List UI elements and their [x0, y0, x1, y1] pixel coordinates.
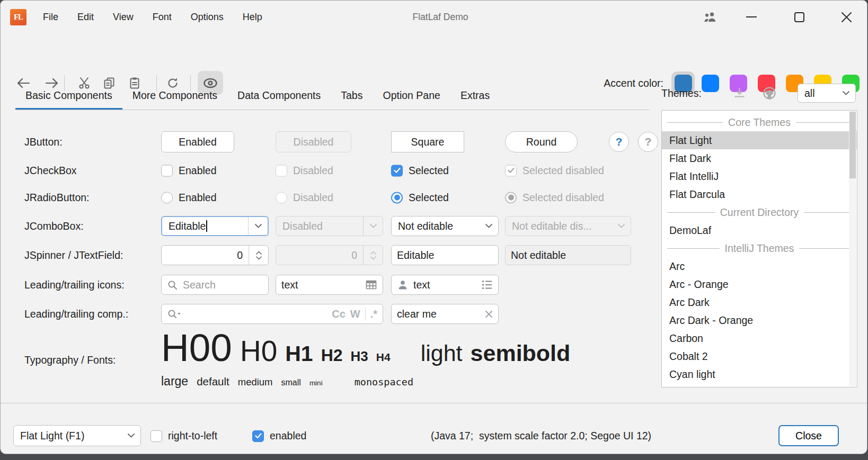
lookandfeel-value: Flat Light (F1): [14, 430, 121, 442]
enabled-checkbox[interactable]: enabled: [252, 430, 306, 442]
checkbox-icon: [276, 165, 287, 176]
jbutton-label: JButton:: [24, 131, 63, 152]
menu-font[interactable]: Font: [143, 1, 181, 33]
theme-item-arc-dark-orange[interactable]: Arc Dark - Orange: [662, 311, 857, 329]
themes-list: Core Themes Flat Light Flat Dark Flat In…: [661, 110, 857, 387]
theme-item-carbon[interactable]: Carbon: [662, 329, 857, 347]
menu-edit[interactable]: Edit: [68, 1, 103, 33]
search-field[interactable]: [161, 275, 269, 295]
themes-filter-value: all: [798, 87, 836, 100]
lookandfeel-combobox[interactable]: Flat Light (F1): [13, 425, 141, 446]
text-input[interactable]: [281, 279, 360, 291]
theme-item-cobalt-2[interactable]: Cobalt 2: [662, 347, 857, 365]
typography-sizes: large default medium small mini monospac…: [161, 374, 638, 389]
tab-more-components[interactable]: More Components: [122, 81, 227, 110]
combobox-not-editable[interactable]: Not editable: [391, 216, 499, 236]
combobox-editable[interactable]: Editable: [161, 216, 269, 236]
help-button-gray[interactable]: ?: [638, 132, 658, 152]
match-case-button[interactable]: Cc: [332, 308, 346, 320]
radio-selected[interactable]: Selected: [391, 192, 449, 204]
h4-sample: H4: [376, 351, 391, 364]
radio-selected-icon: [505, 192, 517, 203]
theme-item-arc-orange[interactable]: Arc - Orange: [662, 275, 857, 293]
accent-swatch-2[interactable]: [702, 75, 719, 92]
jcombobox-row: JComboBox: Editable Disabled Not editabl…: [24, 215, 639, 237]
checkbox-selected[interactable]: Selected: [391, 165, 449, 177]
users-button[interactable]: [694, 1, 726, 33]
mini-sample: mini: [309, 379, 323, 387]
text-caret: [206, 220, 207, 232]
small-sample: small: [281, 378, 301, 387]
themes-scrollbar-thumb[interactable]: [849, 112, 856, 178]
chevron-down-icon: [370, 256, 376, 260]
enabled-button[interactable]: Enabled: [161, 131, 234, 152]
minimize-button[interactable]: [736, 1, 767, 33]
h0-sample: H0: [240, 334, 277, 368]
chevron-down-icon: [612, 217, 631, 236]
download-themes-button[interactable]: [733, 87, 746, 100]
search-dropdown-icon[interactable]: [167, 309, 181, 320]
theme-item-arc-dark[interactable]: Arc Dark: [662, 293, 857, 311]
tab-basic-components[interactable]: Basic Components: [15, 81, 122, 110]
clearable-field[interactable]: [391, 304, 499, 324]
round-button[interactable]: Round: [505, 131, 578, 152]
theme-item-arc[interactable]: Arc: [662, 257, 857, 275]
chevron-down-icon[interactable]: [249, 217, 268, 235]
menu-view[interactable]: View: [103, 1, 143, 33]
textfield-editable-input[interactable]: [397, 249, 493, 261]
chevron-up-icon: [370, 251, 376, 255]
theme-item-demolaf[interactable]: DemoLaf: [662, 221, 857, 239]
search-input[interactable]: [183, 279, 263, 291]
help-button[interactable]: ?: [609, 132, 629, 152]
search-input[interactable]: [186, 308, 327, 320]
tab-extras[interactable]: Extras: [450, 81, 500, 110]
radio-enabled[interactable]: Enabled: [161, 192, 217, 204]
main-tab-bar: Basic Components More Components Data Co…: [15, 81, 500, 110]
combobox-not-editable-disabled: Not editable dis...: [505, 216, 631, 236]
theme-item-flat-dark[interactable]: Flat Dark: [662, 149, 857, 167]
github-button[interactable]: [762, 86, 777, 101]
checkbox-enabled[interactable]: Enabled: [161, 165, 217, 177]
clear-icon[interactable]: [485, 310, 493, 318]
search-field-with-options[interactable]: Cc W .*: [161, 304, 383, 324]
tab-tabs[interactable]: Tabs: [331, 81, 373, 110]
maximize-icon: [794, 12, 804, 22]
tab-option-pane[interactable]: Option Pane: [373, 81, 450, 110]
users-icon: [703, 11, 718, 23]
menu-file[interactable]: File: [33, 1, 68, 33]
menu-options[interactable]: Options: [181, 1, 233, 33]
close-button[interactable]: Close: [778, 425, 839, 446]
themes-scrollbar[interactable]: [849, 111, 856, 386]
menu-help[interactable]: Help: [233, 1, 272, 33]
themes-filter-combobox[interactable]: all: [798, 84, 856, 103]
theme-item-flat-light[interactable]: Flat Light: [662, 131, 857, 149]
app-window: FL File Edit View Font Options Help Flat…: [0, 0, 867, 454]
close-icon: [841, 12, 852, 23]
accent-color-label: Accent color:: [604, 71, 663, 95]
whole-word-button[interactable]: W: [350, 308, 360, 320]
maximize-button[interactable]: [783, 1, 815, 33]
spinner-value[interactable]: 0: [162, 249, 249, 261]
right-to-left-checkbox[interactable]: right-to-left: [150, 430, 217, 442]
theme-item-cyan-light[interactable]: Cyan light: [662, 365, 857, 383]
square-button[interactable]: Square: [391, 131, 464, 152]
radio-disabled: Disabled: [276, 192, 333, 204]
theme-item-dark-flat[interactable]: Dark Flat: [662, 383, 857, 387]
close-window-button[interactable]: [830, 1, 862, 33]
text-field-person-list[interactable]: [391, 275, 499, 295]
regex-button[interactable]: .*: [370, 308, 377, 320]
theme-item-flat-darcula[interactable]: Flat Darcula: [662, 185, 857, 203]
jradiobutton-label: JRadioButton:: [24, 187, 90, 208]
tab-data-components[interactable]: Data Components: [227, 81, 331, 110]
text-field-table-icon[interactable]: [276, 275, 383, 295]
checkbox-disabled: Disabled: [276, 165, 333, 177]
spinner-enabled[interactable]: 0: [161, 245, 269, 265]
chevron-up-icon: [256, 251, 262, 255]
toolbar: Accent color:: [1, 33, 867, 63]
textfield-editable[interactable]: [391, 245, 499, 265]
clearable-input[interactable]: [397, 308, 480, 320]
theme-item-flat-intellij[interactable]: Flat IntelliJ: [662, 167, 857, 185]
spinner-buttons[interactable]: [249, 246, 268, 265]
combobox-editable-value[interactable]: Editable: [162, 220, 248, 232]
text-input[interactable]: [413, 279, 476, 291]
